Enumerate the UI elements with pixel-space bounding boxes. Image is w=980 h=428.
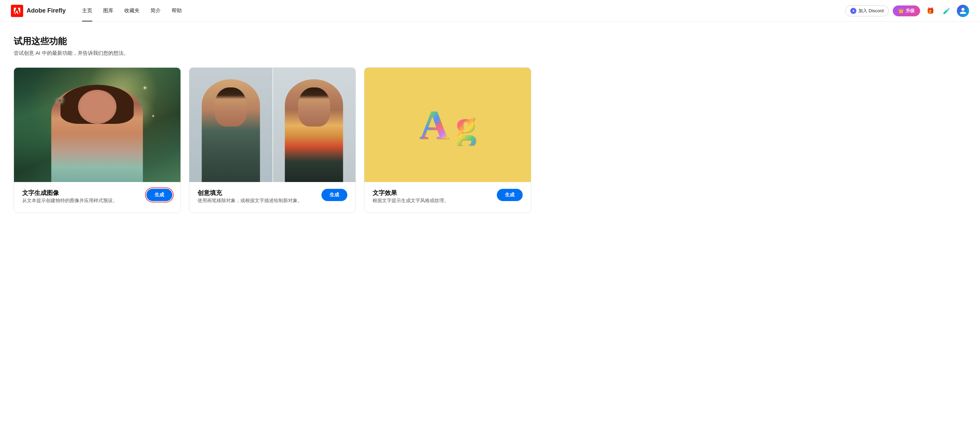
generate-button-text-effects[interactable]: 生成 (497, 189, 523, 201)
card-content-row-3: 文字效果 根据文字提示生成文字风格或纹理。 生成 (372, 189, 523, 204)
man-head-left (215, 87, 247, 127)
card-body-text-to-image: 文字生成图像 从文本提示创建独特的图像并应用样式预设。 生成 (14, 182, 180, 212)
card-text-to-image: 🦋 ✦ ✦ 文字生成图像 从文本提示创建独特的图像并应用样式预设。 生成 (14, 67, 181, 213)
divider-line (272, 68, 273, 182)
butterfly-1-icon: 🦋 (56, 96, 64, 105)
card-desc-text-to-image: 从文本提示创建独特的图像并应用样式预设。 (22, 197, 118, 204)
nav-item-gallery[interactable]: 图库 (98, 0, 119, 21)
gift-icon: 🎁 (926, 7, 934, 14)
cards-grid: 🦋 ✦ ✦ 文字生成图像 从文本提示创建独特的图像并应用样式预设。 生成 (14, 67, 531, 213)
portrait-right (272, 68, 355, 182)
card-desc-generative-fill: 使用画笔移除对象，或根据文字描述绘制新对象。 (197, 197, 302, 204)
card-text-area-2: 创意填充 使用画笔移除对象，或根据文字描述绘制新对象。 (197, 189, 302, 204)
header: Adobe Firefly 主页 图库 收藏夹 简介 帮助 ● 加入 Disco… (0, 0, 980, 22)
card-text-area: 文字生成图像 从文本提示创建独特的图像并应用样式预设。 (22, 189, 118, 204)
letter-g-display: g (456, 105, 476, 145)
user-avatar[interactable] (957, 5, 969, 17)
card-text-effects: A g 文字效果 根据文字提示生成文字风格或纹理。 生成 (364, 67, 531, 213)
card-generative-fill: 创意填充 使用画笔移除对象，或根据文字描述绘制新对象。 生成 (189, 67, 356, 213)
card-title-text-effects: 文字效果 (372, 189, 449, 197)
header-right: ● 加入 Discord 👑 升级 🎁 🧪 (845, 5, 969, 17)
girl-face (78, 90, 116, 124)
main-content: 试用这些功能 尝试创意 AI 中的最新功能，并告诉我们您的想法。 🦋 ✦ ✦ 文… (0, 22, 545, 233)
girl-figure (51, 85, 143, 182)
logo-area: Adobe Firefly (11, 5, 66, 17)
card-image-text-to-image: 🦋 ✦ ✦ (14, 68, 180, 182)
card-title-text-to-image: 文字生成图像 (22, 189, 118, 197)
nav-item-favorites[interactable]: 收藏夹 (119, 0, 145, 21)
man-head-right (298, 87, 330, 127)
section-subtitle: 尝试创意 AI 中的最新功能，并告诉我们您的想法。 (14, 50, 531, 57)
nav-item-home[interactable]: 主页 (76, 0, 98, 21)
man-face-right (285, 79, 343, 182)
butterfly-2-icon: ✦ (143, 85, 147, 91)
card-image-generative-fill (189, 68, 356, 182)
main-nav: 主页 图库 收藏夹 简介 帮助 (76, 0, 187, 21)
card-content-row-2: 创意填充 使用画笔移除对象，或根据文字描述绘制新对象。 生成 (197, 189, 348, 204)
app-name: Adobe Firefly (27, 7, 66, 14)
upgrade-button[interactable]: 👑 升级 (893, 5, 920, 16)
flask-icon: 🧪 (943, 7, 950, 14)
nav-item-help[interactable]: 帮助 (166, 0, 187, 21)
card-body-text-effects: 文字效果 根据文字提示生成文字风格或纹理。 生成 (364, 182, 531, 212)
discord-icon: ● (850, 8, 856, 14)
generate-button-generative-fill[interactable]: 生成 (321, 189, 347, 201)
gift-button[interactable]: 🎁 (924, 5, 936, 17)
man-face-left (202, 79, 260, 182)
card-title-generative-fill: 创意填充 (197, 189, 302, 197)
discord-button[interactable]: ● 加入 Discord (845, 5, 889, 16)
card-body-generative-fill: 创意填充 使用画笔移除对象，或根据文字描述绘制新对象。 生成 (189, 182, 356, 212)
butterfly-3-icon: ✦ (151, 113, 155, 119)
nav-item-about[interactable]: 简介 (145, 0, 166, 21)
portrait-left (189, 68, 272, 182)
flask-button[interactable]: 🧪 (940, 5, 953, 17)
crown-icon: 👑 (898, 8, 904, 13)
adobe-logo-icon[interactable] (11, 5, 23, 17)
card-desc-text-effects: 根据文字提示生成文字风格或纹理。 (372, 197, 449, 204)
section-title: 试用这些功能 (14, 35, 531, 47)
card-image-text-effects: A g (364, 68, 531, 182)
generate-button-text-to-image[interactable]: 生成 (146, 189, 172, 201)
card-text-area-3: 文字效果 根据文字提示生成文字风格或纹理。 (372, 189, 449, 204)
letter-A-display: A (419, 105, 449, 145)
card-content-row: 文字生成图像 从文本提示创建独特的图像并应用样式预设。 生成 (22, 189, 172, 204)
